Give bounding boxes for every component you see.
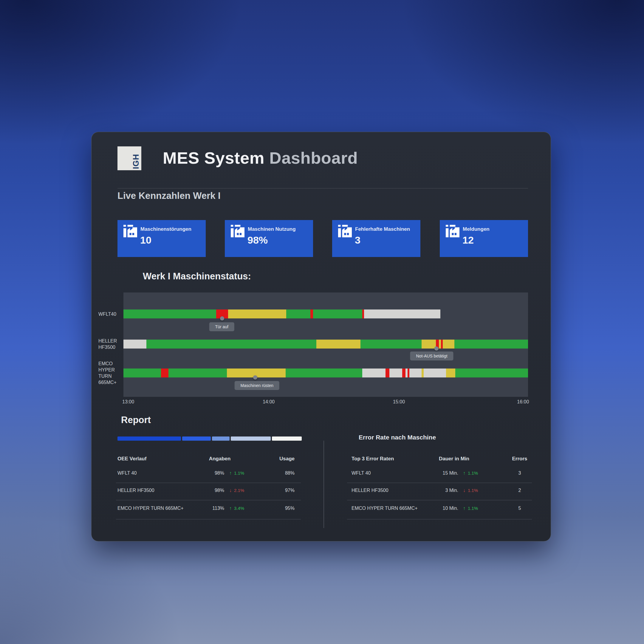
- status-segment-green: [313, 309, 362, 318]
- error-row-trend: ↑1.1%: [463, 470, 478, 476]
- time-tick-13-00: 13:00: [122, 399, 134, 405]
- kpi-label: Meldungen: [463, 226, 490, 232]
- machine-status-chart: Tür auf Not-AUS betätigt Maschinen rüste…: [123, 292, 528, 397]
- status-segment-green: [168, 369, 227, 377]
- status-segment-yellow: [422, 369, 424, 377]
- oee-row-name: EMCO HYPER TURN 665MC+: [117, 506, 184, 511]
- oee-row-value: 98%: [193, 470, 224, 476]
- error-header-duration: Dauer in Min: [430, 456, 478, 462]
- error-header-name: Top 3 Error Raten: [352, 456, 394, 462]
- kpi-value: 3: [355, 234, 360, 246]
- status-segment-gray: [405, 369, 408, 377]
- status-segment-green: [146, 340, 316, 349]
- status-segment-gray: [409, 369, 422, 377]
- trend-arrow-icon: ↑: [229, 470, 232, 476]
- trend-arrow-icon: ↑: [229, 506, 232, 511]
- trend-arrow-icon: ↑: [463, 506, 465, 511]
- trend-arrow-icon: ↓: [229, 488, 232, 493]
- status-segment-gray: [364, 309, 440, 318]
- progress-segment: [182, 436, 211, 441]
- status-segment-yellow: [443, 340, 454, 349]
- status-segment-gray: [362, 369, 386, 377]
- factory-icon: [231, 225, 244, 237]
- desktop-background: IGH MES System Dashboard Live Kennzahlen…: [0, 0, 644, 644]
- status-segment-red: [408, 369, 410, 377]
- row-divider: [347, 500, 532, 500]
- oee-header-angaben: Angaben: [197, 456, 242, 462]
- tooltip: Not-AUS betätigt: [410, 352, 453, 360]
- row-divider: [116, 500, 301, 500]
- kpi-card-maschinen-nutzung[interactable]: Maschinen Nutzung 98%: [225, 220, 313, 257]
- tooltip: Maschinen rüsten: [235, 381, 280, 390]
- status-segment-green: [286, 309, 310, 318]
- kpi-value: 12: [462, 234, 474, 246]
- row-divider: [347, 519, 532, 519]
- kpi-card-maschinenstoerungen[interactable]: Maschinenstörungen 10: [117, 220, 206, 257]
- oee-row-usage: 95%: [263, 506, 295, 511]
- status-bar-wflt40[interactable]: [123, 309, 528, 318]
- oee-row-value: 113%: [193, 506, 224, 511]
- kpi-card-fehlerhafte-maschinen[interactable]: Fehlerhafte Maschinen 3: [332, 220, 420, 257]
- status-segment-red: [310, 309, 313, 318]
- time-tick-15-00: 15:00: [393, 399, 405, 405]
- status-segment-gray: [389, 369, 402, 377]
- error-table-title: Error Rate nach Maschine: [359, 434, 436, 441]
- status-segment-green: [123, 369, 161, 377]
- time-tick-14-00: 14:00: [263, 399, 275, 405]
- status-segment-green: [454, 340, 528, 349]
- tooltip: Tür auf: [209, 322, 234, 331]
- status-segment-red: [402, 369, 405, 377]
- status-segment-yellow: [422, 340, 436, 349]
- status-segment-green: [360, 340, 422, 349]
- error-header-errors: Errors: [508, 456, 532, 462]
- row-divider: [116, 483, 301, 483]
- error-row-duration: 3 Min.: [422, 488, 458, 493]
- tooltip-marker: [220, 316, 224, 321]
- error-row-errors: 5: [508, 506, 532, 511]
- oee-row-trend: ↑1.1%: [229, 470, 244, 476]
- error-row-errors: 2: [508, 488, 532, 493]
- status-bar-emco-hyper-turn[interactable]: [123, 369, 528, 377]
- company-logo: IGH: [117, 146, 141, 170]
- error-row-name: WFLT 40: [352, 470, 371, 476]
- oee-row-trend: ↓2.1%: [229, 488, 244, 493]
- section-title-kpi: Live Kennzahlen Werk I: [117, 191, 221, 201]
- section-title-report: Report: [121, 415, 151, 425]
- kpi-label: Maschinen Nutzung: [248, 226, 296, 232]
- page-title: MES System Dashboard: [163, 148, 358, 168]
- kpi-label: Maschinenstörungen: [140, 226, 191, 232]
- row-divider: [347, 483, 532, 483]
- page-title-primary: MES System: [163, 148, 264, 167]
- header-divider: [117, 188, 528, 188]
- status-segment-yellow: [228, 309, 286, 318]
- status-segment-green: [455, 369, 528, 377]
- tooltip-marker: [434, 346, 439, 351]
- kpi-label: Fehlerhafte Maschinen: [355, 226, 410, 232]
- machine-label-heller-hf3500: HELLER HF3500: [98, 338, 123, 350]
- oee-row-usage: 88%: [263, 470, 295, 476]
- tooltip-marker: [253, 375, 257, 380]
- oee-row-value: 98%: [193, 488, 224, 493]
- kpi-card-meldungen[interactable]: Meldungen 12: [440, 220, 528, 257]
- status-segment-gray: [123, 340, 146, 349]
- kpi-value: 98%: [247, 234, 268, 246]
- page-title-secondary: Dashboard: [269, 148, 358, 167]
- oee-header-name: OEE Verlauf: [117, 456, 146, 462]
- error-row-name: HELLER HF3500: [352, 488, 388, 493]
- oee-header-usage: Usage: [263, 456, 295, 462]
- status-segment-green: [123, 309, 216, 318]
- report-vertical-divider: [323, 441, 324, 528]
- error-row-name: EMCO HYPER TURN 665MC+: [352, 506, 418, 511]
- oee-row-trend: ↑3.4%: [229, 506, 244, 511]
- status-segment-yellow: [439, 340, 441, 349]
- oee-row-usage: 97%: [263, 488, 295, 493]
- status-segment-yellow: [446, 369, 455, 377]
- dashboard-window: IGH MES System Dashboard Live Kennzahlen…: [91, 132, 551, 541]
- status-bar-heller-hf3500[interactable]: [123, 340, 528, 349]
- factory-icon: [123, 225, 137, 237]
- oee-row-name: WFLT 40: [117, 470, 137, 476]
- trend-arrow-icon: ↑: [463, 470, 465, 476]
- error-row-duration: 15 Min.: [422, 470, 458, 476]
- status-segment-red: [386, 369, 389, 377]
- machine-label-emco-hyper-turn: EMCO HYPER TURN 665MC+: [98, 360, 123, 386]
